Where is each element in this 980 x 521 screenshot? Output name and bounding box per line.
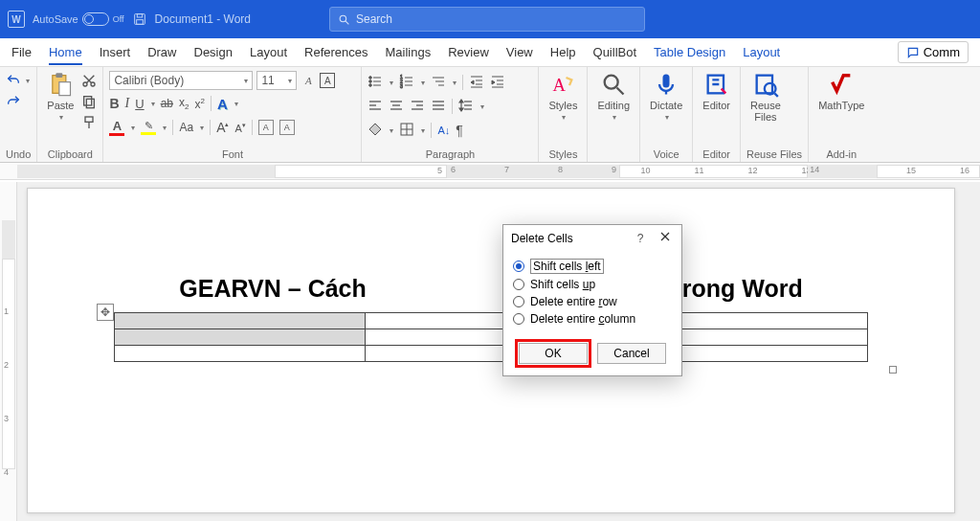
copy-icon[interactable] (81, 94, 97, 109)
editing-button[interactable]: Editing▾ (593, 69, 634, 124)
line-spacing-button[interactable] (458, 98, 474, 115)
table-move-handle-icon[interactable]: ✥ (97, 304, 114, 321)
page[interactable]: GEARVN – Cách bảng trong Word ✥ (27, 188, 955, 513)
table-resize-handle-icon[interactable] (889, 366, 897, 374)
dialog-titlebar[interactable]: Delete Cells ? (503, 225, 681, 251)
svg-marker-37 (492, 80, 495, 84)
align-center-button[interactable] (389, 98, 404, 115)
toggle-off-icon[interactable] (82, 12, 109, 26)
bullets-button[interactable] (368, 74, 383, 91)
align-right-button[interactable] (410, 98, 425, 115)
editor-button[interactable]: Editor (699, 69, 734, 113)
change-case-button[interactable]: Aa (179, 121, 193, 134)
underline-button[interactable]: U (135, 97, 144, 111)
tab-help[interactable]: Help (550, 45, 576, 59)
close-button[interactable] (657, 231, 674, 245)
radio-shift-up[interactable]: Shift cells up (513, 276, 672, 293)
group-label-font: Font (109, 147, 355, 162)
group-paragraph: ▾ 123▾ ▾ ▾ ▾ ▾ A↓ ¶ (362, 67, 539, 162)
undo-button[interactable]: ▾ (6, 73, 30, 88)
strikethrough-button[interactable]: ab (161, 97, 173, 110)
multilevel-button[interactable] (431, 74, 446, 91)
group-font: Calibri (Body)▾ 11▾ A A B I U▾ ab x2 x2 … (103, 67, 362, 162)
justify-button[interactable] (431, 98, 446, 115)
tab-design[interactable]: Design (194, 45, 233, 59)
tab-file[interactable]: File (11, 45, 32, 59)
font-size-select[interactable]: 11▾ (256, 71, 297, 90)
tab-table-design[interactable]: Table Design (654, 45, 725, 59)
autosave-toggle[interactable]: AutoSave Off (33, 12, 124, 26)
horizontal-ruler[interactable]: 5 6789 10111213 14 1516 (0, 163, 980, 180)
document-heading[interactable]: GEARVN – Cách bảng trong Word (114, 275, 868, 303)
svg-marker-32 (471, 80, 474, 84)
sort-button[interactable]: A↓ (437, 125, 450, 136)
shading-button[interactable] (368, 122, 383, 139)
format-painter-icon[interactable] (81, 115, 97, 130)
cut-icon[interactable] (81, 73, 97, 88)
tab-review[interactable]: Review (448, 45, 489, 59)
tab-references[interactable]: References (304, 45, 368, 59)
group-reuse: ReuseFiles Reuse Files (741, 67, 809, 162)
borders-button[interactable] (399, 122, 414, 139)
subscript-button[interactable]: x2 (179, 96, 189, 111)
increase-indent-button[interactable] (490, 74, 505, 91)
highlight-button[interactable]: ✎ (141, 120, 156, 135)
tab-home[interactable]: Home (49, 45, 82, 65)
reuse-files-button[interactable]: ReuseFiles (746, 69, 785, 125)
styles-button[interactable]: A Styles▾ (545, 69, 581, 124)
group-undo: ▾ Undo (0, 67, 37, 162)
paste-button[interactable]: Paste ▾ (43, 69, 78, 124)
align-left-button[interactable] (368, 98, 383, 115)
svg-line-66 (774, 93, 778, 97)
bold-button[interactable]: B (109, 96, 119, 111)
undo-icon (6, 73, 21, 88)
tab-quillbot[interactable]: QuillBot (593, 45, 637, 59)
dictate-label: Dictate (650, 100, 682, 111)
redo-icon[interactable] (6, 94, 21, 109)
text-effects-button[interactable]: A (217, 96, 228, 112)
document-table[interactable] (114, 312, 868, 362)
tab-layout[interactable]: Layout (250, 45, 287, 59)
search-placeholder: Search (356, 12, 392, 26)
enclose-char-icon[interactable]: A (320, 73, 335, 88)
char-border-icon[interactable]: A (279, 120, 295, 135)
font-color-button[interactable]: A (109, 119, 124, 136)
help-button[interactable]: ? (632, 232, 649, 245)
vertical-ruler[interactable]: 1 2 3 4 (0, 182, 17, 521)
superscript-button[interactable]: x2 (194, 97, 204, 111)
group-editing: Editing▾ (588, 67, 640, 162)
tab-view[interactable]: View (506, 45, 533, 59)
show-marks-button[interactable]: ¶ (456, 123, 463, 138)
radio-delete-row[interactable]: Delete entire row (513, 293, 672, 310)
tab-insert[interactable]: Insert (100, 45, 131, 59)
cancel-button[interactable]: Cancel (597, 343, 666, 364)
editor-icon (703, 71, 730, 98)
tab-draw[interactable]: Draw (147, 45, 176, 59)
radio-shift-left[interactable]: Shift cells left (513, 257, 672, 276)
grow-font-button[interactable]: A▴ (216, 120, 229, 135)
italic-button[interactable]: I (125, 96, 130, 111)
group-label-addin: Add-in (814, 147, 868, 162)
font-name-select[interactable]: Calibri (Body)▾ (109, 71, 253, 90)
dictate-button[interactable]: Dictate▾ (646, 69, 686, 124)
shrink-font-button[interactable]: A▾ (234, 122, 245, 134)
comments-label: Comm (924, 45, 960, 59)
comments-button[interactable]: Comm (898, 41, 969, 63)
radio-delete-column[interactable]: Delete entire column (513, 310, 672, 328)
tab-table-layout[interactable]: Layout (743, 45, 780, 59)
mathtype-button[interactable]: MathType (814, 69, 868, 113)
svg-point-17 (369, 84, 372, 87)
group-label-reuse: Reuse Files (746, 147, 802, 162)
phonetic-guide-icon[interactable]: A (258, 120, 274, 135)
svg-rect-1 (137, 14, 142, 17)
decrease-indent-button[interactable] (469, 74, 484, 91)
table-row (115, 329, 868, 346)
clear-formatting-icon[interactable]: A (301, 73, 316, 88)
save-icon[interactable] (132, 11, 147, 27)
ok-button[interactable]: OK (519, 343, 588, 364)
group-styles: A Styles▾ Styles (539, 67, 588, 162)
svg-text:A: A (553, 75, 567, 95)
tab-mailings[interactable]: Mailings (386, 45, 432, 59)
search-input[interactable]: Search (329, 7, 645, 32)
numbering-button[interactable]: 123 (399, 74, 414, 91)
